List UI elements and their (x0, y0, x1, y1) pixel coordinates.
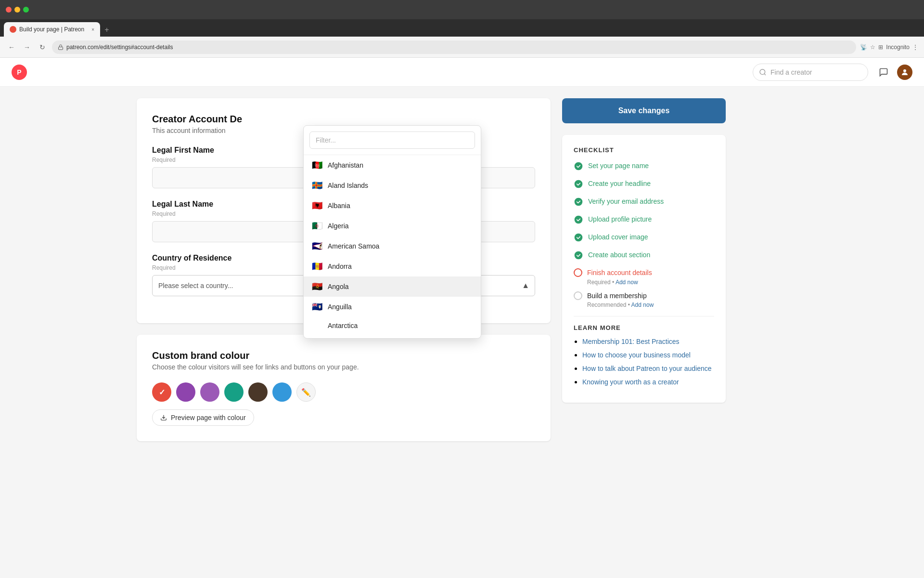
country-item[interactable]: 🇩🇿Algeria (304, 216, 481, 236)
check-done-icon (574, 233, 583, 245)
country-item[interactable]: 🇦🇬Antigua and Barbuda (304, 334, 481, 338)
country-name: Albania (328, 202, 350, 210)
incognito-label: Incognito (886, 44, 910, 51)
checklist-item-content: Upload cover image (588, 233, 648, 242)
traffic-lights (6, 7, 29, 13)
search-icon (759, 68, 767, 76)
checklist-title: CHECKLIST (574, 146, 714, 154)
learn-more-item: How to talk about Patreon to your audien… (582, 364, 714, 373)
minimize-traffic-light[interactable] (14, 7, 20, 13)
url-text: patreon.com/edit/settings#account-detail… (66, 44, 173, 51)
check-circle-icon (574, 233, 583, 242)
sidebar-card: CHECKLIST Set your page nameCreate your … (562, 135, 726, 403)
checklist-item-label: Set your page name (588, 161, 649, 171)
country-filter-input[interactable] (309, 131, 475, 149)
checklist-item: Finish account detailsRequired • Add now (574, 268, 714, 286)
country-item[interactable]: 🇦🇸American Samoa (304, 236, 481, 256)
brand-color-option[interactable] (272, 382, 292, 402)
color-circles: ✏️ (152, 382, 535, 402)
lock-icon (58, 44, 64, 50)
learn-more-link[interactable]: Knowing your worth as a creator (582, 378, 679, 386)
close-traffic-light[interactable] (6, 7, 12, 13)
learn-more-title: LEARN MORE (574, 324, 714, 331)
learn-more-link[interactable]: Membership 101: Best Practices (582, 338, 680, 345)
preview-page-button[interactable]: Preview page with colour (152, 409, 254, 426)
checklist-item-content: Verify your email address (588, 197, 664, 207)
tab-favicon (10, 26, 16, 33)
messages-button[interactable] (876, 65, 891, 80)
page-content: Creator Account De This account informat… (125, 87, 799, 464)
tab-bar: Build your page | Patreon × + (0, 19, 924, 37)
checklist-items: Set your page nameCreate your headlineVe… (574, 161, 714, 308)
country-item[interactable]: 🇦🇩Andorra (304, 256, 481, 276)
brand-color-option[interactable] (176, 382, 195, 402)
tab-title: Build your page | Patreon (19, 26, 84, 33)
svg-point-3 (903, 69, 906, 72)
refresh-button[interactable]: ↻ (37, 41, 48, 53)
app-header: P Find a creator (0, 58, 924, 87)
card-title: Creator Account De (152, 114, 535, 125)
brand-color-option[interactable] (152, 382, 171, 402)
search-box[interactable]: Find a creator (753, 64, 868, 81)
check-circle-icon (574, 215, 583, 224)
divider (574, 316, 714, 316)
country-item[interactable]: 🇦🇴Angola (304, 276, 481, 297)
check-circle-icon (574, 161, 583, 171)
avatar-icon (900, 68, 909, 77)
sidebar: Save changes CHECKLIST Set your page nam… (562, 98, 726, 453)
address-field[interactable]: patreon.com/edit/settings#account-detail… (52, 40, 856, 54)
new-tab-button[interactable]: + (100, 23, 114, 37)
save-changes-button[interactable]: Save changes (562, 98, 726, 123)
maximize-traffic-light[interactable] (23, 7, 29, 13)
country-item[interactable]: 🇦🇮Anguilla (304, 297, 481, 317)
active-tab[interactable]: Build your page | Patreon × (4, 22, 100, 37)
checklist-item-content: Set your page name (588, 161, 649, 171)
svg-point-9 (575, 251, 583, 260)
menu-icon[interactable]: ⋮ (912, 44, 918, 51)
svg-rect-0 (59, 47, 63, 50)
check-circle-red-icon (574, 268, 582, 277)
learn-more-item: Knowing your worth as a creator (582, 378, 714, 386)
country-item[interactable]: Antarctica (304, 317, 481, 334)
user-avatar-button[interactable] (897, 65, 912, 80)
browser-toolbar-icons: 📡 ☆ ⊞ Incognito ⋮ (860, 44, 918, 51)
patreon-logo[interactable]: P (12, 65, 27, 80)
forward-button[interactable]: → (21, 41, 33, 53)
checklist-item: Create your headline (574, 179, 714, 191)
country-name: Algeria (328, 222, 349, 230)
country-item[interactable]: 🇦🇽Aland Islands (304, 175, 481, 196)
country-name: American Samoa (328, 242, 379, 250)
checklist-item-label: Upload profile picture (588, 215, 652, 224)
country-dropdown: 🇦🇫Afghanistan🇦🇽Aland Islands🇦🇱Albania🇩🇿A… (303, 125, 481, 339)
header-icons (876, 65, 912, 80)
extensions-icon[interactable]: ⊞ (878, 44, 883, 51)
brand-color-option[interactable] (224, 382, 244, 402)
checklist-add-now-link[interactable]: Add now (616, 279, 638, 286)
brand-color-option[interactable] (248, 382, 268, 402)
checklist-item: Upload cover image (574, 233, 714, 245)
checklist-item: Create about section (574, 250, 714, 263)
country-name: Anguilla (328, 303, 352, 311)
check-done-icon (574, 179, 583, 191)
learn-more-link[interactable]: How to choose your business model (582, 351, 691, 359)
search-placeholder: Find a creator (770, 68, 812, 76)
check-circle-icon (574, 197, 583, 207)
country-item[interactable]: 🇦🇫Afghanistan (304, 155, 481, 175)
check-done-icon (574, 161, 583, 173)
preview-label: Preview page with colour (171, 414, 246, 421)
checklist-add-now-link[interactable]: Add now (631, 302, 654, 308)
country-name: Angola (328, 283, 349, 290)
star-icon[interactable]: ☆ (870, 44, 875, 51)
checklist-item-label: Create your headline (588, 179, 651, 189)
checklist-item-label: Create about section (588, 250, 650, 260)
checklist-item-label: Verify your email address (588, 197, 664, 207)
brand-color-option[interactable] (200, 382, 219, 402)
custom-color-button[interactable]: ✏️ (296, 382, 316, 402)
country-item[interactable]: 🇦🇱Albania (304, 196, 481, 216)
country-name: Aland Islands (328, 182, 368, 189)
learn-more-link[interactable]: How to talk about Patreon to your audien… (582, 365, 712, 372)
tab-close-button[interactable]: × (91, 27, 94, 32)
checklist-item-label: Build a membership (587, 291, 654, 301)
back-button[interactable]: ← (6, 41, 17, 53)
checklist-item-label: Finish account details (587, 268, 652, 278)
